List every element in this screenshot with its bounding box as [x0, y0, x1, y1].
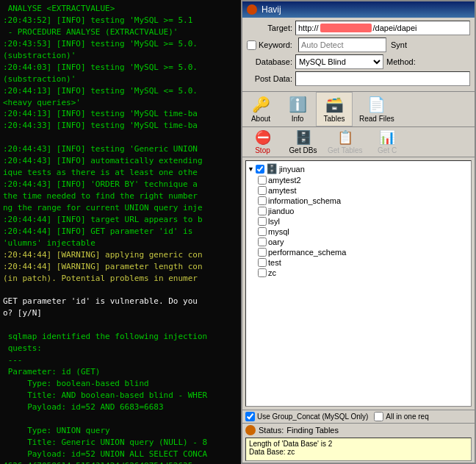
db-tree[interactable]: ▼ 🗄️ jinyuan amytest2 amytest informatio… — [245, 160, 472, 407]
tree-item-checkbox[interactable] — [258, 268, 267, 277]
postdata-row: Post Data: — [247, 71, 470, 86]
tree-item: mysql — [248, 226, 469, 237]
db-icon: 🗄️ — [266, 163, 278, 174]
tree-root-label: jinyuan — [279, 165, 305, 174]
group-concat-option[interactable]: Use Group_Concat (MySQL Only) — [245, 412, 368, 421]
tab-info[interactable]: ℹ️ Info — [279, 92, 316, 126]
terminal-line — [3, 413, 238, 425]
terminal-line: ANALYSE <EXTRACTVALUE> — [3, 3, 238, 15]
get-columns-button[interactable]: 📊 Get C — [367, 127, 408, 157]
tree-item-label: mysql — [268, 227, 289, 236]
status-bar: Status: Finding Tables — [242, 423, 475, 438]
synt-label: Synt — [391, 40, 407, 49]
tree-item-label: amytest — [268, 186, 297, 195]
status-label: Status: — [259, 426, 284, 435]
read-files-icon: 📄 — [367, 96, 386, 113]
database-select[interactable]: MySQL Blind MSSQL Oracle Access — [295, 54, 383, 69]
action-toolbar: ⛔ Stop 🗄️ Get DBs 📋 Get Tables 📊 Get C — [242, 127, 475, 157]
tree-item-checkbox[interactable] — [258, 217, 267, 226]
tree-item-label: amytest2 — [268, 176, 301, 185]
tree-item-label: jianduo — [268, 207, 294, 215]
tree-item-checkbox[interactable] — [258, 238, 267, 246]
postdata-label: Post Data: — [247, 74, 292, 83]
terminal-line: (substraction)' — [3, 74, 238, 85]
tree-item-checkbox[interactable] — [258, 207, 267, 215]
tab-tables-label: Tables — [324, 115, 345, 123]
terminal-line: Title: Generic UNION query (NULL) - 8 — [3, 437, 238, 449]
target-row: Target: http:// /dapei/dapei — [247, 21, 470, 35]
terminal-line: :20:43:53] [INFO] testing 'MySQL >= 5.0. — [3, 38, 238, 50]
stop-button[interactable]: ⛔ Stop — [242, 127, 283, 157]
target-input[interactable]: http:// /dapei/dapei — [295, 21, 470, 35]
all-in-one-option[interactable]: All in one req — [374, 412, 428, 421]
log-line-1: Length of 'Data Base' is 2 — [249, 440, 468, 448]
terminal-line: Payload: id=52 AND 6683=6683 — [3, 401, 238, 413]
tab-tables[interactable]: 🗃️ Tables — [316, 92, 353, 126]
terminal-line: (in patch). Potential problems in enumer — [3, 273, 238, 285]
havij-panel: Havij Target: http:// /dapei/dapei Keywo… — [241, 0, 476, 464]
target-path-text: /dapei/dapei — [373, 24, 417, 32]
all-in-one-checkbox[interactable] — [374, 412, 383, 421]
terminal-line: :20:44:43] [INFO] testing 'Generic UNION — [3, 143, 238, 155]
terminal-line: :20:43:52] [INFO] testing 'MySQL >= 5.1 — [3, 15, 238, 26]
tree-item: jianduo — [248, 206, 469, 216]
terminal-line: :20:44:13] [INFO] testing 'MySQL time-ba — [3, 108, 238, 120]
tree-item-checkbox[interactable] — [258, 196, 267, 205]
tree-item-checkbox[interactable] — [258, 227, 267, 236]
db-area: ▼ 🗄️ jinyuan amytest2 amytest informatio… — [242, 157, 475, 410]
tree-root-checkbox[interactable] — [256, 165, 264, 174]
all-in-one-label: All in one req — [386, 413, 428, 421]
tab-read-files[interactable]: 📄 Read Files — [353, 92, 401, 126]
stop-label: Stop — [255, 146, 270, 154]
tree-item-label: performance_schema — [268, 248, 346, 257]
tree-item-checkbox[interactable] — [258, 186, 267, 195]
get-tables-button[interactable]: 📋 Get Tables — [323, 127, 367, 157]
terminal-panel: ANALYSE <EXTRACTVALUE> :20:43:52] [INFO]… — [0, 0, 241, 464]
tab-info-label: Info — [292, 115, 304, 123]
stop-icon: ⛔ — [255, 129, 271, 146]
tree-item-checkbox[interactable] — [258, 248, 267, 257]
main-toolbar: 🔑 About ℹ️ Info 🗃️ Tables 📄 Read Files — [242, 91, 475, 127]
tab-read-files-label: Read Files — [359, 115, 394, 123]
tree-root: ▼ 🗄️ jinyuan — [248, 163, 469, 175]
tree-item-checkbox[interactable] — [258, 258, 267, 267]
postdata-input[interactable] — [295, 71, 470, 86]
terminal-line — [3, 132, 238, 143]
tree-item: lsyl — [248, 216, 469, 226]
terminal-line: (substraction)' — [3, 50, 238, 62]
tables-icon: 🗃️ — [325, 96, 344, 113]
database-label: Database: — [247, 57, 292, 66]
tree-item: amytest2 — [248, 175, 469, 185]
log-area: Length of 'Data Base' is 2 Data Base: zc — [245, 438, 472, 461]
target-label: Target: — [247, 24, 292, 32]
keyword-input[interactable] — [298, 38, 386, 52]
terminal-line-vulnerable: GET parameter 'id' is vulnerable. Do you — [3, 296, 238, 307]
terminal-line: :20:44:43] [INFO] 'ORDER BY' technique a — [3, 179, 238, 190]
get-columns-label: Get C — [378, 146, 397, 154]
tree-item: test — [248, 257, 469, 268]
terminal-line: :20:44:44] [WARNING] parameter length co… — [3, 261, 238, 273]
group-concat-checkbox[interactable] — [245, 412, 255, 421]
terminal-line: Payload: id=52 UNION ALL SELECT CONCA — [3, 449, 238, 460]
tree-item: oary — [248, 237, 469, 247]
terminal-line: sqlmap identified the following injectio… — [3, 331, 238, 343]
keyword-checkbox[interactable] — [247, 40, 256, 50]
tab-about[interactable]: 🔑 About — [242, 92, 279, 126]
tree-expand-icon[interactable]: ▼ — [248, 165, 254, 173]
get-dbs-label: Get DBs — [289, 146, 317, 154]
terminal-line: Type: UNION query — [3, 425, 238, 437]
terminal-line: :20:44:03] [INFO] testing 'MySQL >= 5.0. — [3, 62, 238, 74]
get-columns-icon: 📊 — [379, 129, 395, 146]
terminal-line: ng the range for current UNION query inj… — [3, 202, 238, 214]
app-icon — [247, 4, 257, 15]
get-tables-label: Get Tables — [328, 146, 363, 154]
get-tables-icon: 📋 — [337, 129, 353, 146]
method-label: Method: — [386, 57, 416, 66]
terminal-line: :20:44:33] [INFO] testing 'MySQL time-ba — [3, 120, 238, 132]
form-area: Target: http:// /dapei/dapei Keyword: Sy… — [242, 18, 475, 91]
tree-item-checkbox[interactable] — [258, 176, 267, 185]
about-icon: 🔑 — [252, 96, 270, 113]
tree-item: information_schema — [248, 196, 469, 206]
keyword-row: Keyword: Synt — [247, 38, 470, 52]
get-dbs-button[interactable]: 🗄️ Get DBs — [283, 127, 323, 157]
